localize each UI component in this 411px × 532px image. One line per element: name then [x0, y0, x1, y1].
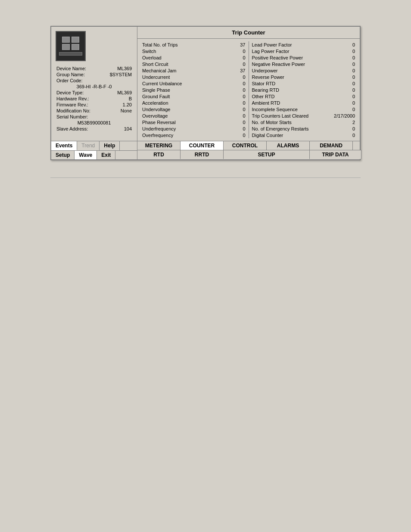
trip-counter-area: Total No. of Trips37Switch0Overload0Shor…: [137, 39, 360, 141]
trip-label: Positive Reactive Power: [251, 54, 327, 61]
trip-value: 0: [216, 119, 247, 125]
trip-value: 0: [216, 106, 247, 112]
tab-rtd[interactable]: RTD: [137, 150, 181, 159]
mod-no-label: Modification No:: [56, 108, 102, 114]
trip-label: Total No. of Trips: [141, 41, 216, 48]
trip-label: Underpower: [251, 67, 327, 74]
trip-value: 0: [326, 48, 356, 54]
trip-label: Underfrequency: [141, 125, 216, 132]
trip-value: 0: [216, 93, 247, 100]
group-name-value: $SYSTEM: [102, 72, 133, 78]
trip-right-row: Underpower0: [251, 67, 357, 74]
trip-value: 0: [326, 132, 356, 138]
trip-right-row: Other RTD0: [251, 93, 357, 100]
trip-right-row: Digital Counter0: [251, 132, 357, 138]
trip-label: Trip Counters Last Cleared: [251, 112, 327, 119]
trip-value: 0: [326, 41, 356, 48]
trip-left-row: Mechanical Jam37: [141, 67, 247, 74]
trip-value: 0: [216, 100, 247, 106]
trip-label: Ground Fault: [141, 93, 216, 100]
tab-trend[interactable]: Trend: [77, 141, 100, 150]
device-type-label: Device Type:: [56, 90, 102, 96]
device-info-table: Device Name: ML369 Group Name: $SYSTEM O…: [56, 65, 133, 132]
serial-value: M53B99000081: [56, 120, 133, 126]
trip-value: 0: [216, 132, 247, 138]
order-code-label: Order Code:: [56, 78, 133, 84]
trip-right-row: Trip Counters Last Cleared2/17/2000: [251, 112, 357, 119]
trip-label: Switch: [141, 48, 216, 54]
trip-counter-header: Trip Counter: [137, 27, 360, 39]
trip-label: Overvoltage: [141, 112, 216, 119]
trip-label: Mechanical Jam: [141, 67, 216, 74]
serial-label: Serial Number:: [56, 114, 133, 120]
trip-label: Phase Reversal: [141, 119, 216, 125]
bottom-divider: [50, 177, 361, 178]
trip-left-row: Underfrequency0: [141, 125, 247, 132]
tab-demand[interactable]: DEMAND: [310, 141, 353, 150]
fw-rev-label: Firmware Rev.:: [56, 102, 102, 108]
hw-rev-value: B: [102, 96, 133, 102]
trip-label: Lead Power Factor: [251, 41, 327, 48]
trip-left-row: Total No. of Trips37: [141, 41, 247, 48]
trip-right-row: Reverse Power0: [251, 74, 357, 80]
order-code-value: 369-HI -R-B-F -0: [56, 84, 133, 90]
trip-label: No. of Motor Starts: [251, 119, 327, 125]
tab-exit[interactable]: Exit: [97, 151, 115, 159]
trip-left-row: Ground Fault0: [141, 93, 247, 100]
trip-right-row: Bearing RTD0: [251, 87, 357, 93]
trip-right-row: No. of Motor Starts2: [251, 119, 357, 125]
device-type-value: ML369: [102, 90, 133, 96]
right-panel: Trip Counter Total No. of Trips37Switch0…: [137, 27, 360, 141]
trip-left-row: Acceleration0: [141, 100, 247, 106]
trip-left-row: Undercurrent0: [141, 74, 247, 80]
device-name-value: ML369: [102, 65, 133, 72]
trip-left-col: Total No. of Trips37Switch0Overload0Shor…: [141, 41, 247, 138]
tab-events[interactable]: Events: [51, 141, 77, 150]
trip-label: Single Phase: [141, 87, 216, 93]
left-panel: Device Name: ML369 Group Name: $SYSTEM O…: [51, 27, 137, 141]
slave-addr-label: Slave Address:: [56, 126, 102, 132]
trip-value: 37: [216, 67, 247, 74]
trip-value: 0: [326, 87, 356, 93]
trip-left-row: Single Phase0: [141, 87, 247, 93]
trip-label: Reverse Power: [251, 74, 327, 80]
trip-value: 0: [216, 87, 247, 93]
trip-value: 0: [216, 80, 247, 87]
trip-value: 0: [326, 93, 356, 100]
col-divider: [249, 41, 249, 138]
trip-label: No. of Emergency Restarts: [251, 125, 327, 132]
tab-rrtd[interactable]: RRTD: [181, 150, 224, 159]
trip-left-row: Current Unbalance0: [141, 80, 247, 87]
trip-value: 0: [326, 54, 356, 61]
tab-wave[interactable]: Wave: [75, 151, 97, 159]
trip-label: Ambient RTD: [251, 100, 327, 106]
trip-right-row: Ambient RTD0: [251, 100, 357, 106]
tab-help[interactable]: Help: [100, 141, 120, 150]
trip-right-row: Stator RTD0: [251, 80, 357, 87]
trip-label: Lag Power Factor: [251, 48, 327, 54]
tab-setup-left[interactable]: Setup: [51, 151, 75, 159]
trip-value: 0: [216, 48, 247, 54]
trip-right-row: Lag Power Factor0: [251, 48, 357, 54]
trip-value: 0: [326, 80, 356, 87]
trip-value: 0: [326, 61, 356, 67]
tab-metering[interactable]: METERING: [137, 141, 181, 150]
trip-value: 0: [326, 125, 356, 132]
trip-label: Short Circuit: [141, 61, 216, 67]
trip-value: 37: [216, 41, 247, 48]
trip-left-row: Undervoltage0: [141, 106, 247, 112]
tab-alarms[interactable]: ALARMS: [267, 141, 310, 150]
tab-control[interactable]: CONTROL: [224, 141, 267, 150]
trip-label: Stator RTD: [251, 80, 327, 87]
trip-value: 0: [216, 74, 247, 80]
tab-trip-data[interactable]: TRIP DATA: [310, 150, 361, 159]
tab-setup[interactable]: SETUP: [224, 150, 310, 159]
tab-counter[interactable]: COUNTER: [181, 141, 224, 150]
trip-label: Acceleration: [141, 100, 216, 106]
trip-label: Bearing RTD: [251, 87, 327, 93]
device-name-label: Device Name:: [56, 65, 102, 72]
trip-value: 0: [216, 61, 247, 67]
trip-label: Overload: [141, 54, 216, 61]
trip-right-row: Negative Reactive Power0: [251, 61, 357, 67]
trip-value: 0: [216, 112, 247, 119]
